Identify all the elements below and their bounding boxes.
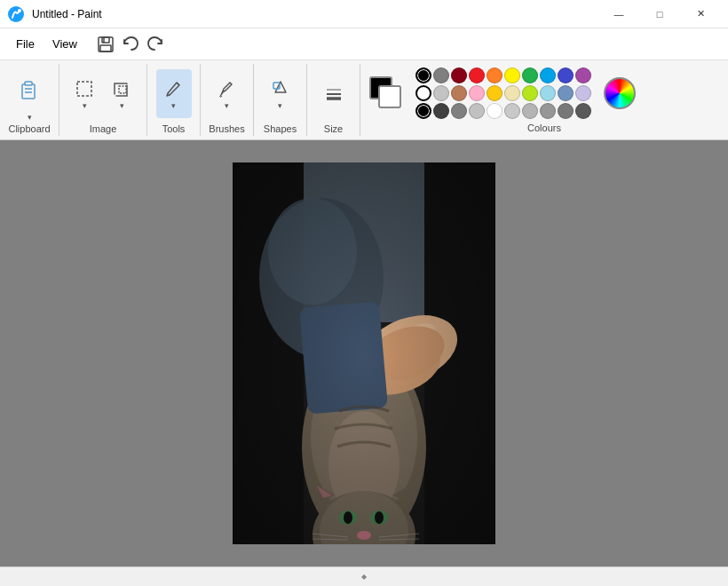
undo-icon — [121, 35, 140, 54]
colour-pickers — [369, 76, 401, 110]
redo-button[interactable] — [143, 32, 168, 57]
brushes-label: Brushes — [209, 123, 244, 134]
colour-swatch[interactable] — [433, 103, 449, 119]
svg-rect-11 — [119, 86, 126, 93]
crop-button[interactable]: ▾ — [104, 69, 139, 118]
image-label: Image — [90, 123, 117, 134]
colour-swatch[interactable] — [415, 103, 431, 119]
colour-swatch[interactable] — [469, 67, 485, 83]
clipboard-icon — [17, 77, 42, 102]
colour-current — [369, 76, 401, 108]
titlebar-controls: — □ ✕ — [598, 0, 721, 28]
clipboard-section: ▾ Clipboard — [0, 64, 59, 136]
undo-button[interactable] — [118, 32, 143, 57]
shapes-icon — [270, 78, 291, 99]
colour-swatch[interactable] — [451, 85, 467, 101]
tools-label: Tools — [162, 123, 186, 134]
size-button[interactable] — [316, 69, 352, 118]
pencil-button[interactable]: ▾ — [156, 69, 192, 118]
brushes-tools: ▾ — [210, 66, 245, 122]
palette-row-2 — [415, 85, 591, 101]
shapes-section: ▾ Shapes — [254, 64, 307, 136]
brushes-section: ▾ Brushes — [201, 64, 254, 136]
svg-rect-4 — [100, 45, 111, 51]
image-section: ▾ ▾ Image — [59, 64, 147, 136]
minimize-button[interactable]: — — [598, 0, 639, 28]
select-button[interactable]: ▾ — [67, 69, 102, 118]
palette-row-1 — [415, 67, 591, 83]
size-icon — [323, 83, 344, 105]
svg-rect-3 — [102, 37, 109, 43]
colour-swatch[interactable] — [469, 85, 485, 101]
colour-swatch[interactable] — [487, 67, 502, 83]
svg-line-12 — [177, 83, 179, 85]
colour-swatch[interactable] — [451, 67, 467, 83]
edit-colors-button[interactable] — [604, 77, 636, 109]
menubar: File View — [0, 28, 728, 60]
svg-line-13 — [168, 93, 170, 95]
save-icon — [96, 35, 115, 54]
brush-button[interactable]: ▾ — [210, 69, 245, 118]
titlebar: Untitled - Paint — □ ✕ — [0, 0, 728, 28]
view-menu[interactable]: View — [44, 32, 86, 56]
shapes-label: Shapes — [264, 123, 297, 134]
close-button[interactable]: ✕ — [680, 0, 721, 28]
colour-swatch[interactable] — [522, 67, 538, 83]
save-button[interactable] — [93, 32, 118, 57]
shapes-button[interactable]: ▾ — [263, 69, 298, 118]
select-icon — [74, 78, 95, 99]
image-tools: ▾ ▾ — [67, 66, 139, 122]
colour-swatch[interactable] — [433, 67, 449, 83]
svg-rect-7 — [25, 82, 32, 85]
colour-swatch[interactable] — [415, 67, 431, 83]
svg-rect-10 — [77, 82, 91, 96]
colour-swatch[interactable] — [487, 103, 502, 119]
colour-bg[interactable] — [378, 85, 401, 108]
paint-canvas[interactable] — [233, 162, 495, 544]
size-section: Size — [307, 64, 360, 136]
colours-section: Colours — [360, 64, 728, 136]
svg-point-0 — [8, 6, 24, 22]
size-label: Size — [324, 123, 343, 134]
svg-point-1 — [18, 9, 21, 12]
ribbon: ▾ Clipboard ▾ ▾ Image — [0, 60, 728, 140]
maximize-button[interactable]: □ — [639, 0, 680, 28]
tools-section: ▾ Tools — [147, 64, 201, 136]
colour-swatch[interactable] — [558, 67, 574, 83]
colour-swatch[interactable] — [575, 103, 591, 119]
colours-label: Colours — [369, 123, 719, 133]
app-icon — [7, 5, 25, 23]
colour-swatch[interactable] — [558, 103, 574, 119]
colour-swatch[interactable] — [540, 103, 556, 119]
colour-swatch[interactable] — [540, 85, 556, 101]
clipboard-dropdown[interactable]: ▾ — [28, 113, 32, 122]
colour-swatch[interactable] — [575, 67, 591, 83]
colour-swatch[interactable] — [487, 85, 502, 101]
colour-swatch[interactable] — [415, 85, 431, 101]
colour-swatch[interactable] — [469, 103, 485, 119]
colour-swatch[interactable] — [451, 103, 467, 119]
colour-swatch[interactable] — [433, 85, 449, 101]
shapes-tools: ▾ — [263, 66, 298, 122]
canvas-image — [233, 162, 495, 544]
colour-swatch[interactable] — [540, 67, 556, 83]
colour-swatch[interactable] — [558, 85, 574, 101]
statusbar: ◆ — [0, 566, 728, 586]
colour-swatch[interactable] — [522, 103, 538, 119]
colour-swatch[interactable] — [504, 85, 520, 101]
redo-icon — [146, 35, 165, 54]
colour-swatch[interactable] — [504, 103, 520, 119]
size-tools — [316, 66, 352, 122]
clipboard-button[interactable] — [7, 67, 51, 113]
titlebar-left: Untitled - Paint — [7, 5, 102, 23]
title-text: Untitled - Paint — [32, 8, 102, 20]
clipboard-inner: ▾ — [7, 67, 51, 122]
tools-tools: ▾ — [156, 66, 192, 122]
colour-swatch[interactable] — [575, 85, 591, 101]
file-menu[interactable]: File — [7, 32, 44, 56]
svg-rect-6 — [22, 84, 35, 99]
colour-swatch[interactable] — [522, 85, 538, 101]
pencil-icon — [163, 78, 185, 99]
colour-swatch[interactable] — [504, 67, 520, 83]
canvas-area — [0, 140, 728, 566]
